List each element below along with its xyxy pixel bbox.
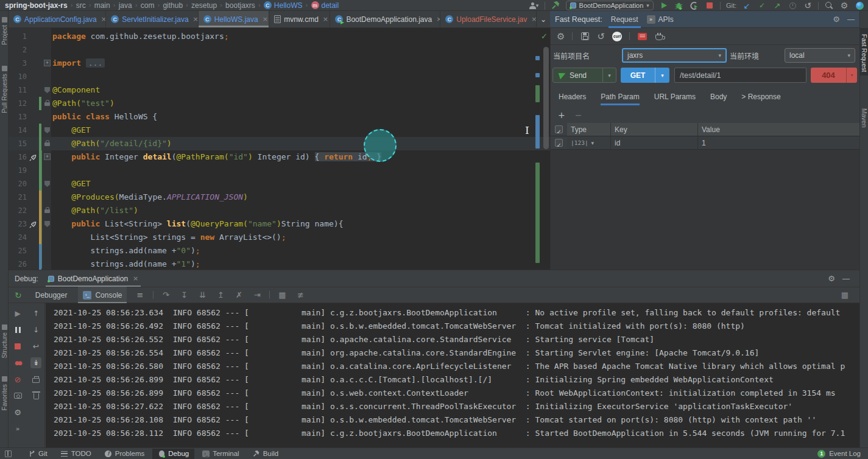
request-url-input[interactable]: /test/detail/1 [674, 68, 806, 83]
stop-button[interactable] [12, 341, 23, 352]
drop-frame-button[interactable]: ✗ [233, 290, 245, 300]
tool-window-button-pull-requests[interactable]: Pull Requests [0, 66, 9, 113]
breadcrumb-item[interactable]: zesetup [191, 1, 217, 10]
step-out-button[interactable]: ↥ [214, 290, 227, 300]
breadcrumb-item[interactable]: java [119, 1, 132, 10]
request-tab-path-param[interactable]: Path Param [601, 88, 639, 106]
step-over-button[interactable]: ↷ [160, 290, 172, 300]
settings-gear-icon[interactable]: ⚙ [557, 31, 565, 42]
undo-button[interactable]: ↺ [803, 1, 813, 10]
tool-window-switcher-icon[interactable] [5, 450, 12, 457]
change-marker-blue[interactable] [39, 258, 41, 271]
send-button-main[interactable]: Send [553, 71, 602, 80]
tool-window-button-maven[interactable]: Maven [860, 102, 868, 131]
git-commit-button[interactable]: ✓ [757, 1, 767, 10]
scroll-to-end-button[interactable]: ↡ [30, 357, 41, 368]
send-button[interactable]: Send ▾ [552, 68, 616, 83]
close-icon[interactable]: × [322, 15, 328, 23]
close-icon[interactable]: × [132, 275, 138, 282]
inspections-ok-icon[interactable]: ✓ [541, 32, 548, 41]
settings-button[interactable]: ⚙ [839, 1, 849, 10]
code-line-23[interactable]: 23 public List<String> list(@QueryParam(… [9, 217, 550, 231]
stripe-mark-green[interactable] [535, 163, 540, 263]
add-param-button[interactable]: + [558, 110, 565, 120]
row-checkbox[interactable] [555, 139, 563, 147]
next-occurrence-button[interactable]: ↓ [30, 324, 41, 335]
status-dropdown-arrow[interactable]: ▾ [846, 68, 857, 83]
tool-window-button-fast-request[interactable]: Fast Request [860, 28, 868, 75]
debug-session-tab[interactable]: BootDemoApplication × [46, 270, 141, 287]
tool-window-button-structure[interactable]: Structure [0, 324, 9, 359]
console-filter-button[interactable]: ≢ [294, 290, 306, 300]
editor-tab-mvnw.cmd[interactable]: mvnw.cmd× [269, 11, 330, 27]
evaluate-expression-button[interactable]: ▦ [276, 290, 288, 300]
editor-tab-HelloWS.java[interactable]: HelloWS.java× [199, 11, 269, 27]
change-marker-blue[interactable] [39, 244, 41, 258]
run-button[interactable] [659, 1, 669, 10]
breadcrumb-item[interactable]: src [76, 1, 86, 10]
request-tab-url-params[interactable]: URL Params [654, 88, 696, 106]
change-marker-green[interactable] [39, 124, 41, 137]
endpoint-rocket-icon[interactable] [28, 217, 38, 231]
code-line-16[interactable]: 16 public Integer detail(@PathParam("id"… [9, 150, 550, 164]
step-into-button[interactable]: ↧ [178, 290, 190, 300]
fold-icon[interactable] [44, 153, 51, 160]
save-request-button[interactable] [580, 32, 590, 41]
change-marker-green[interactable] [39, 177, 41, 191]
event-log-button[interactable]: 1 Event Log [817, 450, 863, 458]
change-marker-yellow[interactable] [39, 204, 41, 217]
status-bar-item-git[interactable]: Git [23, 449, 53, 459]
console-menu-icon[interactable]: ≡ [133, 290, 147, 300]
editor-tab-UploadFileService.jav[interactable]: UploadFileService.jav× [440, 11, 537, 27]
method-dropdown-arrow[interactable]: ▾ [655, 68, 669, 83]
stripe-mark-blue[interactable] [535, 73, 540, 77]
gear-icon[interactable]: ⚙ [828, 274, 835, 283]
breadcrumb-item[interactable]: main [94, 1, 110, 10]
user-profile-icon[interactable]: ▾ [529, 1, 539, 10]
hide-panel-icon[interactable]: — [847, 15, 855, 24]
code-line-1[interactable]: 1package com.github.zesetup.bootjaxrs; [9, 30, 550, 43]
breadcrumb-item[interactable]: bootjaxrs [225, 1, 255, 10]
breadcrumb-item[interactable]: detail [311, 1, 339, 10]
copy-curl-button[interactable]: curl [612, 32, 622, 41]
breadcrumb-item[interactable]: com [141, 1, 155, 10]
git-update-button[interactable]: ↙ [742, 1, 752, 10]
code-line-13[interactable]: 13public class HelloWS { [9, 110, 550, 124]
change-marker-yellow[interactable] [39, 231, 41, 244]
code-line-22[interactable]: 22 @Path("/list") [9, 204, 550, 217]
tab-request[interactable]: Request [611, 11, 638, 28]
code-line-11[interactable]: 11@Component [9, 83, 550, 97]
param-type-cell[interactable]: |123|▾ [567, 136, 611, 149]
print-button[interactable] [30, 374, 41, 385]
close-icon[interactable]: × [100, 15, 106, 23]
run-configuration-select[interactable]: BootDemoApplication ▾ [566, 1, 654, 10]
profiler-button[interactable] [690, 1, 699, 10]
gear-icon[interactable]: ⚙ [833, 15, 840, 24]
status-bar-item-debug[interactable]: Debug [152, 449, 194, 459]
documentation-button[interactable] [637, 32, 647, 41]
response-status-button[interactable]: 404 ▾ [811, 68, 857, 83]
environment-select[interactable]: local ▾ [785, 48, 855, 63]
code-line-3[interactable]: 3import ... [9, 57, 550, 70]
code-line-19[interactable]: 19 [9, 164, 550, 177]
change-marker-green[interactable] [39, 150, 41, 164]
debug-button[interactable] [674, 1, 684, 10]
code-line-15[interactable]: 15 @Path("/detail/{id}") [9, 137, 550, 150]
layout-settings-button[interactable]: ▦ [839, 290, 851, 300]
select-all-checkbox[interactable] [555, 125, 563, 133]
history-button[interactable] [788, 1, 797, 10]
donate-button[interactable] [654, 32, 664, 41]
debug-settings-button[interactable]: ⚙ [12, 407, 23, 418]
rerun-button[interactable]: ↻ [12, 290, 24, 300]
close-icon[interactable]: × [261, 15, 268, 23]
status-bar-item-problems[interactable]: Problems [99, 449, 150, 459]
search-everywhere-button[interactable] [824, 1, 834, 10]
code-line-25[interactable]: 25 strings.add(name +"0"); [9, 244, 550, 258]
param-table-row[interactable]: |123|▾id1 [551, 136, 860, 150]
tool-window-button-project[interactable]: Project [0, 17, 9, 45]
hide-panel-icon[interactable]: — [842, 275, 850, 283]
build-hammer-button[interactable] [551, 1, 560, 10]
change-marker-yellow[interactable] [39, 191, 41, 204]
param-key-cell[interactable]: id [611, 136, 698, 149]
fold-icon[interactable] [44, 60, 51, 66]
